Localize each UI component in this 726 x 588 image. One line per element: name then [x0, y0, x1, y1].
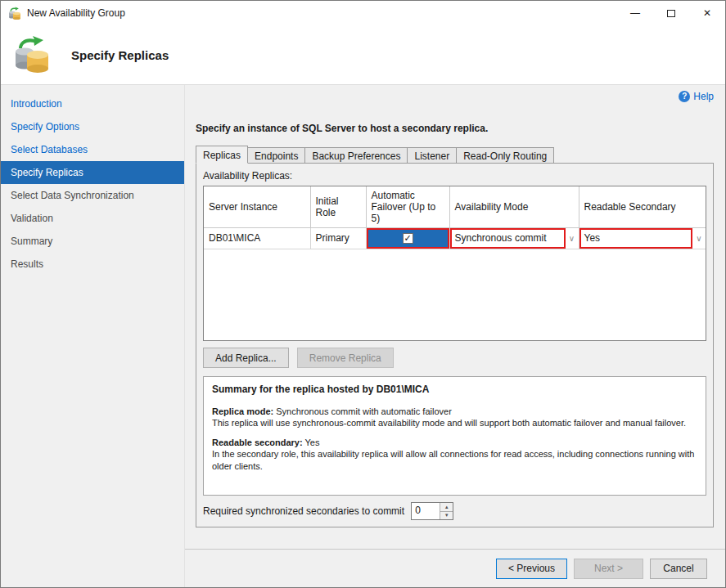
tab-strip: Replicas Endpoints Backup Preferences Li… [196, 146, 714, 163]
availability-mode-dropdown[interactable]: Synchronous commit [450, 228, 566, 249]
cell-server-instance[interactable]: DB01\MICA [204, 227, 310, 249]
sidebar-item-summary: Summary [1, 230, 184, 253]
chevron-down-icon[interactable]: ∨ [692, 228, 706, 249]
help-row: ? Help [196, 90, 714, 106]
replica-mode-label: Replica mode: [212, 406, 273, 416]
cancel-button[interactable]: Cancel [650, 559, 707, 579]
tab-replicas[interactable]: Replicas [196, 146, 248, 164]
summary-readable-secondary: Readable secondary: Yes In the secondary… [212, 437, 697, 472]
check-icon: ✓ [404, 234, 411, 243]
col-server-instance: Server Instance [204, 186, 310, 227]
minimize-button[interactable]: — [617, 1, 653, 25]
availability-replicas-label: Availability Replicas: [203, 170, 706, 182]
main-content: ? Help Specify an instance of SQL Server… [185, 85, 725, 587]
help-link[interactable]: ? Help [679, 91, 714, 102]
cell-initial-role: Primary [310, 227, 366, 249]
tab-listener[interactable]: Listener [408, 147, 457, 164]
page-title: Specify Replicas [71, 48, 169, 62]
col-initial-role: Initial Role [310, 186, 366, 227]
col-readable-secondary: Readable Secondary [579, 186, 706, 227]
cell-readable-secondary[interactable]: Yes ∨ [579, 227, 706, 249]
add-replica-button[interactable]: Add Replica... [203, 348, 289, 368]
col-automatic-failover: Automatic Failover (Up to 5) [366, 186, 449, 227]
tab-backup-preferences[interactable]: Backup Preferences [305, 147, 408, 164]
table-header-row: Server Instance Initial Role Automatic F… [204, 186, 706, 227]
readable-secondary-dropdown[interactable]: Yes [579, 228, 693, 249]
quorum-value[interactable]: 0 [412, 503, 440, 519]
chevron-down-icon[interactable]: ∨ [566, 228, 579, 249]
cell-automatic-failover[interactable]: ✓ [366, 227, 449, 249]
tab-read-only-routing[interactable]: Read-Only Routing [457, 147, 554, 164]
replica-mode-description: This replica will use synchronous-commit… [212, 417, 697, 429]
summary-replica-mode: Replica mode: Synchronous commit with au… [212, 406, 697, 429]
sidebar-item-select-databases[interactable]: Select Databases [1, 138, 184, 161]
titlebar: New Availability Group — ✕ [1, 1, 725, 25]
availability-group-icon [11, 35, 53, 74]
quorum-spinner[interactable]: 0 ▲ ▼ [411, 502, 453, 520]
sidebar-item-specify-replicas[interactable]: Specify Replicas [1, 161, 184, 184]
spin-down-icon[interactable]: ▼ [440, 512, 453, 520]
remove-replica-button: Remove Replica [297, 348, 394, 368]
replica-mode-value: Synchronous commit with automatic failov… [273, 406, 452, 416]
app-icon [7, 7, 22, 20]
automatic-failover-checkbox[interactable]: ✓ [403, 233, 413, 244]
quorum-label: Required synchronized secondaries to com… [203, 505, 404, 517]
sidebar-item-validation: Validation [1, 207, 184, 230]
wizard-body: Introduction Specify Options Select Data… [1, 85, 725, 587]
availability-replicas-grid: Server Instance Initial Role Automatic F… [203, 186, 706, 341]
sidebar-item-introduction[interactable]: Introduction [1, 92, 184, 115]
new-availability-group-window: New Availability Group — ✕ Specify Repli… [0, 0, 726, 588]
readable-secondary-label: Readable secondary: [212, 438, 303, 447]
readable-secondary-summary-value: Yes [303, 438, 320, 447]
tab-endpoints[interactable]: Endpoints [248, 147, 305, 164]
instruction-text: Specify an instance of SQL Server to hos… [196, 123, 714, 134]
sidebar-item-select-data-synchronization: Select Data Synchronization [1, 184, 184, 207]
availability-mode-value: Synchronous commit [455, 232, 547, 244]
sidebar-item-specify-options[interactable]: Specify Options [1, 115, 184, 138]
maximize-button[interactable] [653, 1, 689, 25]
readable-secondary-value: Yes [584, 232, 601, 244]
help-icon: ? [679, 91, 690, 102]
readable-secondary-description: In the secondary role, this availability… [212, 448, 697, 472]
quorum-row: Required synchronized secondaries to com… [203, 502, 706, 520]
sidebar-item-results: Results [1, 253, 184, 276]
col-availability-mode: Availability Mode [449, 186, 579, 227]
cell-availability-mode[interactable]: Synchronous commit ∨ [449, 227, 579, 249]
summary-box: Summary for the replica hosted by DB01\M… [203, 376, 706, 496]
replicas-table: Server Instance Initial Role Automatic F… [204, 186, 706, 249]
help-label: Help [693, 91, 714, 102]
table-row[interactable]: DB01\MICA Primary ✓ [204, 227, 706, 249]
next-button: Next > [574, 559, 643, 579]
automatic-failover-highlight: ✓ [367, 228, 449, 249]
replicas-tab-panel: Availability Replicas: Server Instance I… [196, 163, 714, 527]
wizard-steps-sidebar: Introduction Specify Options Select Data… [1, 85, 185, 587]
previous-button[interactable]: < Previous [496, 559, 567, 579]
replica-buttons-row: Add Replica... Remove Replica [203, 348, 706, 368]
spinner-buttons: ▲ ▼ [440, 503, 453, 519]
wizard-footer: < Previous Next > Cancel [185, 549, 725, 587]
spin-up-icon[interactable]: ▲ [440, 503, 453, 512]
close-button[interactable]: ✕ [689, 1, 725, 25]
maximize-icon [667, 10, 675, 17]
wizard-header: Specify Replicas [1, 25, 725, 85]
window-title: New Availability Group [27, 7, 125, 19]
summary-title: Summary for the replica hosted by DB01\M… [212, 384, 697, 397]
